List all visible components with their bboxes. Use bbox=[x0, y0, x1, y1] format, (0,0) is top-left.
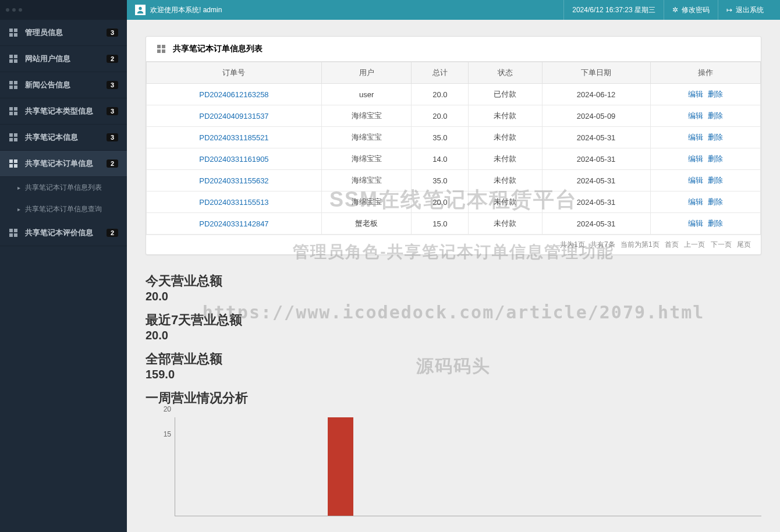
panel-header: 共享笔记本订单信息列表 bbox=[146, 37, 761, 62]
sidebar-item-laptop-type[interactable]: 共享笔记本类型信息 3 bbox=[0, 98, 127, 125]
delete-link[interactable]: 删除 bbox=[708, 111, 723, 120]
cell-status: 未付款 bbox=[469, 148, 542, 170]
grid-icon bbox=[9, 133, 18, 142]
weekly-chart: 1520 bbox=[146, 417, 761, 516]
logout-icon: ↦ bbox=[726, 6, 732, 14]
grid-icon bbox=[157, 44, 166, 54]
table-row: PD20240331155632海绵宝宝35.0未付款2024-05-31编辑删… bbox=[147, 170, 761, 191]
chart-bar bbox=[328, 417, 353, 516]
edit-link[interactable]: 编辑 bbox=[688, 154, 703, 163]
content-area: 共享笔记本订单信息列表 订单号 用户 总计 状态 下单日期 操作 PD20240 bbox=[127, 20, 780, 532]
cell-total: 15.0 bbox=[412, 213, 469, 235]
sidebar-badge: 3 bbox=[107, 29, 118, 37]
edit-link[interactable]: 编辑 bbox=[688, 111, 703, 120]
delete-link[interactable]: 删除 bbox=[708, 133, 723, 141]
sidebar-badge: 3 bbox=[107, 107, 118, 115]
delete-link[interactable]: 删除 bbox=[708, 176, 723, 185]
col-total: 总计 bbox=[412, 62, 469, 84]
svg-rect-25 bbox=[14, 229, 17, 232]
svg-rect-15 bbox=[14, 112, 17, 115]
cell-order-id[interactable]: PD20240331142847 bbox=[147, 213, 322, 235]
cell-total: 35.0 bbox=[412, 170, 469, 191]
cell-status: 未付款 bbox=[469, 213, 542, 235]
edit-link[interactable]: 编辑 bbox=[688, 176, 703, 185]
col-order-id: 订单号 bbox=[147, 62, 322, 84]
cell-order-id[interactable]: PD20240331185521 bbox=[147, 127, 322, 148]
svg-rect-19 bbox=[14, 138, 17, 141]
sidebar-item-label: 新闻公告信息 bbox=[25, 80, 107, 90]
cell-date: 2024-05-31 bbox=[542, 170, 650, 191]
grid-icon bbox=[9, 228, 18, 237]
topbar-datetime: 2024/6/12 16:37:23 星期三 bbox=[563, 0, 664, 20]
sidebar-item-orders[interactable]: 共享笔记本订单信息 2 bbox=[0, 151, 127, 177]
sidebar-item-label: 共享笔记本信息 bbox=[25, 132, 107, 143]
pager-last[interactable]: 尾页 bbox=[737, 240, 751, 249]
week-revenue-value: 20.0 bbox=[146, 329, 761, 342]
cell-status: 未付款 bbox=[469, 127, 542, 148]
edit-link[interactable]: 编辑 bbox=[688, 197, 703, 206]
submenu-order-search[interactable]: ▸ 共享笔记本订单信息查询 bbox=[0, 198, 127, 220]
sidebar-badge: 2 bbox=[107, 229, 118, 237]
pager-prev[interactable]: 上一页 bbox=[684, 240, 705, 249]
today-revenue-value: 20.0 bbox=[146, 290, 761, 303]
grid-icon bbox=[9, 80, 18, 90]
sidebar-item-admin[interactable]: 管理员信息 3 bbox=[0, 20, 127, 46]
cell-order-id[interactable]: PD20240612163258 bbox=[147, 84, 322, 105]
sidebar-item-reviews[interactable]: 共享笔记本评价信息 2 bbox=[0, 220, 127, 246]
cell-user: 海绵宝宝 bbox=[321, 191, 412, 213]
pager-pages: 共为1页 bbox=[560, 240, 585, 249]
cell-date: 2024-05-31 bbox=[542, 127, 650, 148]
pager-first[interactable]: 首页 bbox=[665, 240, 679, 249]
cell-date: 2024-05-31 bbox=[542, 191, 650, 213]
svg-rect-11 bbox=[14, 86, 17, 89]
svg-rect-20 bbox=[9, 159, 13, 163]
sidebar-badge: 3 bbox=[107, 81, 118, 89]
gear-icon: ✲ bbox=[672, 6, 678, 14]
sidebar-item-users[interactable]: 网站用户信息 2 bbox=[0, 46, 127, 72]
edit-link[interactable]: 编辑 bbox=[688, 90, 703, 98]
order-table: 订单号 用户 总计 状态 下单日期 操作 PD20240612163258use… bbox=[146, 62, 761, 235]
delete-link[interactable]: 删除 bbox=[708, 197, 723, 206]
sidebar-item-label: 管理员信息 bbox=[25, 27, 107, 38]
svg-rect-6 bbox=[9, 59, 13, 63]
pager-next[interactable]: 下一页 bbox=[711, 240, 732, 249]
cell-status: 未付款 bbox=[469, 170, 542, 191]
datetime-text: 2024/6/12 16:37:23 星期三 bbox=[572, 5, 655, 15]
svg-rect-22 bbox=[9, 164, 13, 168]
sidebar-item-label: 共享笔记本评价信息 bbox=[25, 228, 107, 238]
edit-link[interactable]: 编辑 bbox=[688, 133, 703, 141]
svg-point-28 bbox=[139, 7, 141, 10]
avatar-icon bbox=[135, 5, 146, 15]
cell-total: 20.0 bbox=[412, 191, 469, 213]
all-revenue-value: 159.0 bbox=[146, 368, 761, 381]
delete-link[interactable]: 删除 bbox=[708, 90, 723, 98]
logout-label: 退出系统 bbox=[736, 5, 764, 15]
cell-total: 20.0 bbox=[412, 84, 469, 105]
change-password-label: 修改密码 bbox=[682, 5, 710, 15]
col-status: 状态 bbox=[469, 62, 542, 84]
sidebar-item-laptop[interactable]: 共享笔记本信息 3 bbox=[0, 125, 127, 151]
cell-status: 未付款 bbox=[469, 191, 542, 213]
cell-actions: 编辑删除 bbox=[650, 148, 760, 170]
cell-order-id[interactable]: PD20240331155513 bbox=[147, 191, 322, 213]
cell-user: user bbox=[321, 84, 412, 105]
svg-rect-18 bbox=[9, 138, 13, 141]
cell-total: 20.0 bbox=[412, 105, 469, 127]
delete-link[interactable]: 删除 bbox=[708, 154, 723, 163]
bullet-icon: ▸ bbox=[17, 206, 20, 212]
submenu-order-list[interactable]: ▸ 共享笔记本订单信息列表 bbox=[0, 177, 127, 198]
logout-button[interactable]: ↦ 退出系统 bbox=[718, 0, 772, 20]
cell-order-id[interactable]: PD20240331161905 bbox=[147, 148, 322, 170]
cell-order-id[interactable]: PD20240331155632 bbox=[147, 170, 322, 191]
order-panel: 共享笔记本订单信息列表 订单号 用户 总计 状态 下单日期 操作 PD20240 bbox=[146, 36, 761, 255]
cell-date: 2024-05-09 bbox=[542, 105, 650, 127]
table-row: PD20240409131537海绵宝宝20.0未付款2024-05-09编辑删… bbox=[147, 105, 761, 127]
edit-link[interactable]: 编辑 bbox=[688, 219, 703, 228]
cell-order-id[interactable]: PD20240409131537 bbox=[147, 105, 322, 127]
sidebar-item-news[interactable]: 新闻公告信息 3 bbox=[0, 72, 127, 98]
cell-date: 2024-05-31 bbox=[542, 148, 650, 170]
cell-actions: 编辑删除 bbox=[650, 84, 760, 105]
delete-link[interactable]: 删除 bbox=[708, 219, 723, 228]
change-password-button[interactable]: ✲ 修改密码 bbox=[664, 0, 718, 20]
svg-rect-7 bbox=[14, 59, 17, 63]
